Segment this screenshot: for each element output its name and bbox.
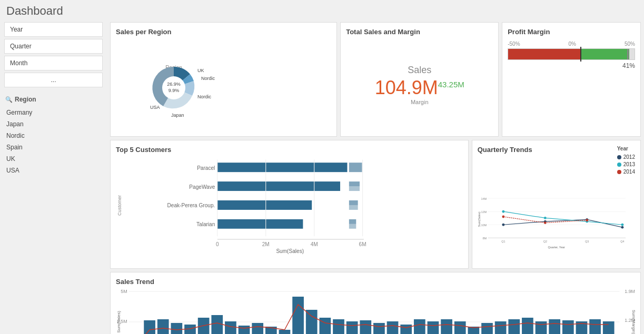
sales-per-region-card: Sales per Region Region bbox=[110, 22, 337, 137]
profit-percentage: 41% bbox=[508, 62, 635, 69]
quarterly-legend: Year 2012 2013 2014 bbox=[617, 146, 635, 175]
svg-point-50 bbox=[502, 216, 504, 218]
svg-rect-92 bbox=[481, 323, 493, 334]
top5-title: Top 5 Customers bbox=[116, 146, 463, 154]
legend-2014: 2014 bbox=[617, 169, 635, 175]
total-sales-title: Total Sales and Margin bbox=[346, 28, 493, 36]
svg-rect-81 bbox=[333, 319, 344, 334]
sales-trend-title: Sales Trend bbox=[116, 278, 635, 286]
axis-0: 0% bbox=[569, 41, 576, 47]
svg-text:Q1: Q1 bbox=[501, 240, 505, 243]
legend-label-2014: 2014 bbox=[623, 169, 635, 175]
donut-chart: Region bbox=[116, 38, 232, 133]
svg-rect-101 bbox=[603, 321, 615, 334]
svg-rect-88 bbox=[428, 321, 439, 334]
svg-text:2M: 2M bbox=[262, 241, 270, 247]
svg-rect-20 bbox=[349, 200, 358, 205]
region-item-japan[interactable]: Japan bbox=[4, 119, 103, 129]
region-item-spain[interactable]: Spain bbox=[4, 142, 103, 153]
profit-zero-line bbox=[580, 47, 581, 62]
svg-rect-80 bbox=[320, 318, 331, 334]
profit-axis: -50% 0% 50% bbox=[508, 41, 635, 47]
svg-rect-15 bbox=[217, 200, 312, 210]
svg-rect-78 bbox=[292, 297, 304, 334]
row1: Sales per Region Region bbox=[110, 22, 641, 137]
quarterly-card: Quarterly Trends Year 2012 2013 bbox=[472, 140, 641, 269]
svg-point-42 bbox=[502, 224, 504, 226]
svg-text:Sum(Sales): Sum(Sales) bbox=[116, 311, 121, 333]
sales-trend-row: Sales Trend 5M 2.5M 0 bbox=[110, 272, 641, 334]
svg-text:12M: 12M bbox=[481, 210, 487, 214]
year-label: Year bbox=[617, 146, 635, 151]
svg-text:26.9%: 26.9% bbox=[167, 82, 181, 87]
svg-rect-79 bbox=[306, 310, 318, 334]
axis-50: 50% bbox=[625, 41, 635, 47]
sales-trend-card: Sales Trend 5M 2.5M 0 bbox=[110, 272, 641, 334]
svg-rect-69 bbox=[171, 323, 183, 334]
svg-rect-87 bbox=[414, 319, 425, 334]
svg-text:Talarian: Talarian bbox=[196, 221, 215, 227]
svg-text:USA: USA bbox=[150, 105, 160, 110]
svg-text:5M: 5M bbox=[121, 289, 127, 294]
region-item-nordic[interactable]: Nordic bbox=[4, 130, 103, 141]
svg-point-49 bbox=[621, 224, 623, 226]
legend-dot-2013 bbox=[617, 163, 621, 167]
svg-rect-16 bbox=[217, 219, 303, 229]
svg-point-51 bbox=[543, 221, 546, 224]
region-item-germany[interactable]: Germany bbox=[4, 107, 103, 118]
svg-text:10M: 10M bbox=[481, 224, 487, 227]
region-item-uk[interactable]: UK bbox=[4, 154, 103, 164]
quarterly-chart: 14M 12M 10M 8M bbox=[478, 175, 635, 272]
svg-text:1.9M: 1.9M bbox=[625, 289, 635, 294]
svg-text:Q3: Q3 bbox=[585, 240, 589, 243]
svg-text:Sum(Sales): Sum(Sales) bbox=[478, 211, 481, 227]
legend-2012: 2012 bbox=[617, 154, 635, 160]
month-filter[interactable]: Month bbox=[4, 56, 103, 70]
svg-text:PageWave: PageWave bbox=[189, 184, 215, 190]
svg-rect-13 bbox=[217, 163, 348, 172]
svg-rect-93 bbox=[495, 321, 507, 334]
svg-text:Nordic: Nordic bbox=[201, 76, 215, 81]
svg-point-47 bbox=[543, 217, 546, 219]
legend-2013: 2013 bbox=[617, 161, 635, 167]
svg-rect-19 bbox=[349, 186, 360, 191]
sidebar: Year Quarter Month ... 🔍 Region Germany … bbox=[0, 20, 107, 334]
svg-text:9.9%: 9.9% bbox=[169, 88, 180, 93]
svg-text:Paracel: Paracel bbox=[197, 165, 215, 171]
svg-point-52 bbox=[586, 219, 588, 221]
svg-rect-89 bbox=[441, 319, 452, 334]
svg-rect-86 bbox=[400, 325, 412, 334]
margin-value: 43.25M bbox=[438, 80, 464, 89]
svg-text:Quarter, Year: Quarter, Year bbox=[548, 246, 564, 249]
svg-rect-73 bbox=[225, 321, 236, 334]
year-filter[interactable]: Year bbox=[4, 22, 103, 37]
svg-text:14M: 14M bbox=[481, 197, 487, 200]
region-item-usa[interactable]: USA bbox=[4, 165, 103, 176]
quarter-filter[interactable]: Quarter bbox=[4, 39, 103, 54]
region-search[interactable]: 🔍 Region bbox=[4, 94, 103, 105]
legend-label-2012: 2012 bbox=[623, 154, 635, 160]
more-filter[interactable]: ... bbox=[4, 73, 103, 87]
sales-trend-chart: 5M 2.5M 0 bbox=[116, 289, 635, 334]
svg-rect-94 bbox=[508, 319, 520, 334]
svg-text:Deak-Perera Group.: Deak-Perera Group. bbox=[167, 203, 215, 208]
sales-row: 104.9M 43.25M bbox=[375, 77, 464, 99]
total-sales-card: Total Sales and Margin Sales 104.9M 43.2… bbox=[340, 22, 499, 137]
svg-rect-21 bbox=[349, 205, 358, 210]
svg-rect-18 bbox=[349, 181, 360, 186]
legend-label-2013: 2013 bbox=[623, 161, 635, 167]
top5-card: Top 5 Customers Customer Paracel PageWav… bbox=[110, 140, 469, 269]
svg-rect-90 bbox=[454, 321, 466, 334]
svg-text:Japan: Japan bbox=[171, 113, 184, 118]
quarterly-title: Quarterly Trends bbox=[478, 146, 532, 154]
svg-rect-67 bbox=[144, 320, 155, 334]
sales-label: Sales bbox=[408, 65, 431, 76]
legend-dot-2014 bbox=[617, 170, 621, 174]
svg-rect-68 bbox=[157, 319, 169, 334]
svg-text:Sum(Sales): Sum(Sales) bbox=[276, 248, 304, 254]
profit-bar-green bbox=[580, 49, 630, 59]
profit-bar-red bbox=[508, 49, 580, 59]
margin-label: Margin bbox=[411, 99, 429, 105]
svg-rect-83 bbox=[360, 320, 371, 334]
profit-tick bbox=[627, 49, 629, 59]
